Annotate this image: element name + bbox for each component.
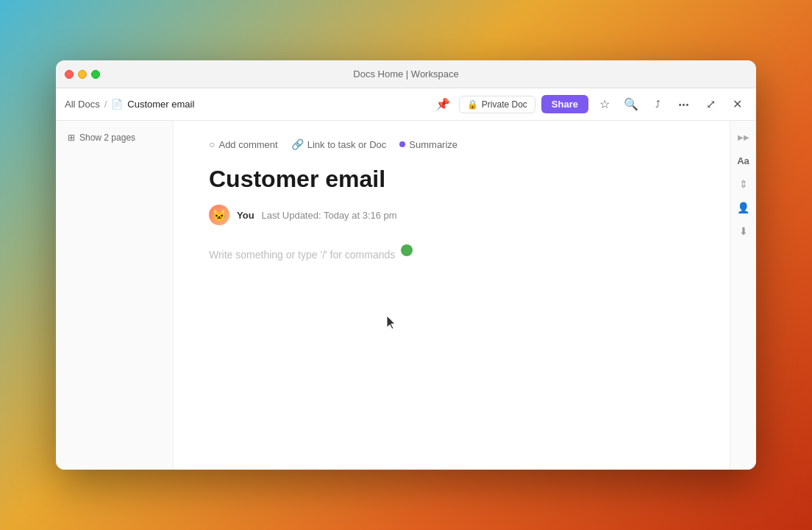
link-to-task-item[interactable]: 🔗 Link to task or Doc <box>291 138 387 150</box>
summarize-label: Summarize <box>409 139 457 150</box>
link-to-task-label: Link to task or Doc <box>307 139 387 150</box>
search-button[interactable]: 🔍 <box>621 94 641 115</box>
fullscreen-button[interactable]: ⤢ <box>700 94 721 115</box>
maximize-button[interactable] <box>91 70 100 79</box>
summarize-dot <box>399 141 405 147</box>
breadcrumb-all-docs[interactable]: All Docs <box>65 99 100 110</box>
star-button[interactable]: ☆ <box>594 94 615 115</box>
right-panel: ▶▶ Aa ⇕ 👤 ⬇ <box>730 121 756 470</box>
close-button[interactable] <box>65 70 74 79</box>
avatar: 🐱 <box>209 205 229 225</box>
right-panel-collaborators[interactable]: 👤 <box>733 197 754 218</box>
titlebar-title: Docs Home | Workspace <box>353 68 458 80</box>
breadcrumb-current-doc: Customer email <box>127 99 194 110</box>
close-icon: ✕ <box>733 97 742 111</box>
main-area: ⊞ Show 2 pages ○ Add comment 🔗 Link to t… <box>56 121 756 470</box>
collaborators-icon: 👤 <box>737 202 749 213</box>
close-doc-button[interactable]: ✕ <box>727 94 747 115</box>
right-panel-typography[interactable]: Aa <box>733 150 754 171</box>
more-options-button[interactable]: ••• <box>674 94 694 115</box>
show-pages-button[interactable]: ⊞ Show 2 pages <box>63 130 140 146</box>
left-sidebar: ⊞ Show 2 pages <box>56 121 174 470</box>
traffic-lights <box>65 70 100 79</box>
search-icon: 🔍 <box>624 97 638 111</box>
avatar-emoji: 🐱 <box>212 208 227 222</box>
right-panel-collapse[interactable]: ▶▶ <box>733 127 754 147</box>
collapse-icon: ▶▶ <box>738 133 749 141</box>
doc-last-updated: Last Updated: Today at 3:16 pm <box>262 210 397 221</box>
private-doc-label: Private Doc <box>482 99 527 110</box>
comment-icon: ○ <box>209 138 215 150</box>
toolbar-actions: 📌 🔒 Private Doc Share ☆ 🔍 ⤴ ••• ⤢ <box>432 94 747 115</box>
mouse-cursor <box>387 316 399 333</box>
summarize-item[interactable]: Summarize <box>399 139 457 150</box>
editor-area[interactable]: ○ Add comment 🔗 Link to task or Doc Summ… <box>174 121 730 470</box>
add-comment-label: Add comment <box>218 139 277 150</box>
titlebar: Docs Home | Workspace <box>56 60 756 88</box>
right-panel-resize[interactable]: ⇕ <box>733 174 754 194</box>
doc-icon: 📄 <box>111 99 123 110</box>
minimize-button[interactable] <box>78 70 87 79</box>
app-window: Docs Home | Workspace All Docs / 📄 Custo… <box>56 60 756 470</box>
resize-icon: ⇕ <box>739 178 748 190</box>
toolbar: All Docs / 📄 Customer email 📌 🔒 Private … <box>56 88 756 121</box>
doc-author: You <box>237 210 254 221</box>
export-icon: ⤴ <box>655 99 660 110</box>
link-icon: 🔗 <box>291 138 304 150</box>
editor-placeholder[interactable]: Write something or type '/' for commands <box>209 249 395 261</box>
add-comment-item[interactable]: ○ Add comment <box>209 138 278 150</box>
toolbar-pin-button[interactable]: 📌 <box>432 94 453 115</box>
pin-icon: 📌 <box>435 97 450 111</box>
show-pages-label: Show 2 pages <box>79 132 135 143</box>
editor-toolbar: ○ Add comment 🔗 Link to task or Doc Summ… <box>209 138 694 150</box>
breadcrumb-separator: / <box>104 99 107 110</box>
private-doc-button[interactable]: 🔒 Private Doc <box>459 96 535 113</box>
doc-meta: 🐱 You Last Updated: Today at 3:16 pm <box>209 205 694 225</box>
right-panel-download[interactable]: ⬇ <box>733 221 754 241</box>
share-button[interactable]: Share <box>541 95 588 113</box>
pages-icon: ⊞ <box>68 132 75 143</box>
export-button[interactable]: ⤴ <box>647 94 668 115</box>
lock-icon: 🔒 <box>467 99 478 110</box>
typography-icon: Aa <box>737 155 749 166</box>
doc-title: Customer email <box>209 165 694 193</box>
breadcrumb: All Docs / 📄 Customer email <box>65 99 427 110</box>
presence-indicator <box>401 244 413 256</box>
more-icon: ••• <box>679 100 690 109</box>
download-icon: ⬇ <box>739 225 748 237</box>
fullscreen-icon: ⤢ <box>706 97 716 111</box>
star-icon: ☆ <box>599 97 610 111</box>
